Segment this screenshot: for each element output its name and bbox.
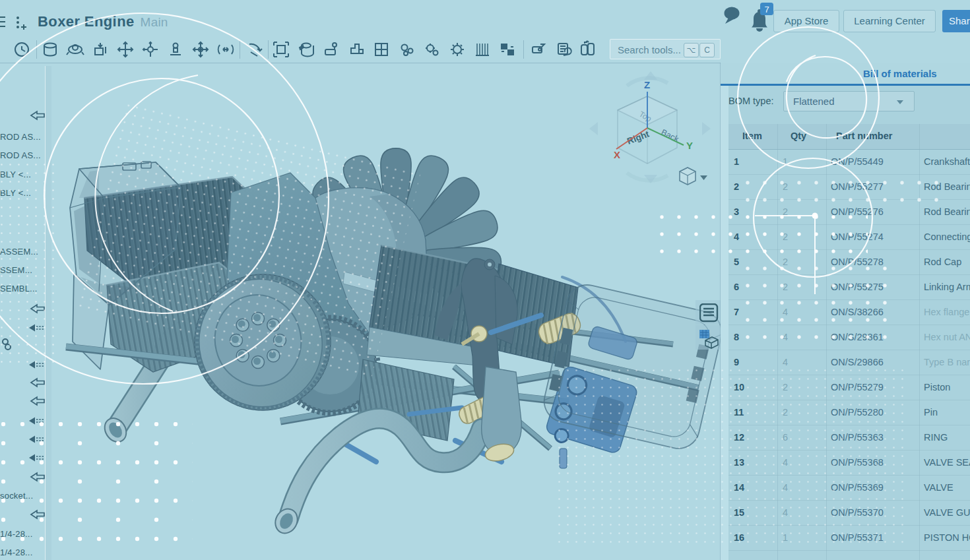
svg-text:7: 7 [764,5,769,15]
